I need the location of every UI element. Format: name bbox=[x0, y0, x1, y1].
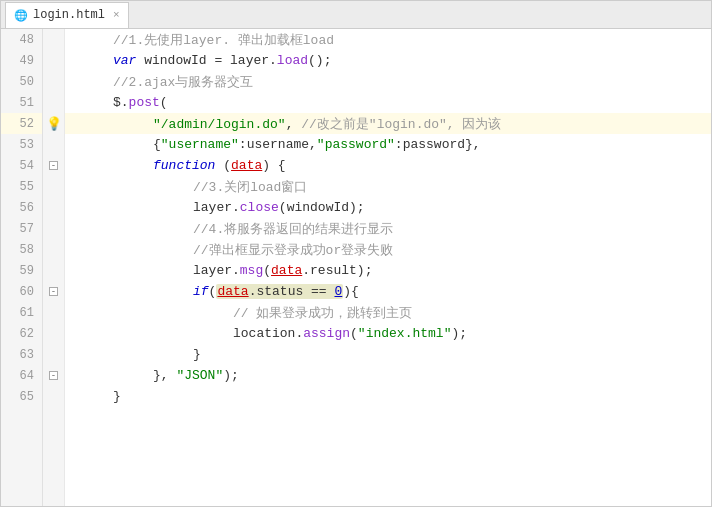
line-num-54: 54 bbox=[1, 155, 42, 176]
code-line-54: function (data) { bbox=[65, 155, 711, 176]
code-line-49: var windowId = layer.load(); bbox=[65, 50, 711, 71]
code-content-56: layer.close(windowId); bbox=[193, 200, 365, 215]
fold-icon-60[interactable]: - bbox=[49, 287, 58, 296]
code-content-50: //2.ajax与服务器交互 bbox=[113, 73, 253, 91]
line-num-58: 58 bbox=[1, 239, 42, 260]
code-line-52: "/admin/login.do", //改之前是"login.do", 因为该 bbox=[65, 113, 711, 134]
code-line-50: //2.ajax与服务器交互 bbox=[65, 71, 711, 92]
code-content-61: // 如果登录成功，跳转到主页 bbox=[233, 304, 412, 322]
line-num-48: 48 bbox=[1, 29, 42, 50]
fold-icon-64[interactable]: - bbox=[49, 371, 58, 380]
gutter-57 bbox=[43, 218, 64, 239]
code-content-53: {"username":username,"password":password… bbox=[153, 137, 481, 152]
line-numbers: 48 49 50 51 52 53 54 55 56 57 58 59 60 6… bbox=[1, 29, 43, 506]
gutter-50 bbox=[43, 71, 64, 92]
html-file-icon: 🌐 bbox=[14, 9, 28, 22]
code-line-60: if(data.status == 0){ bbox=[65, 281, 711, 302]
gutter-54: - bbox=[43, 155, 64, 176]
code-content-65: } bbox=[113, 389, 121, 404]
gutter-60: - bbox=[43, 281, 64, 302]
code-line-64: }, "JSON"); bbox=[65, 365, 711, 386]
gutter-53 bbox=[43, 134, 64, 155]
line-num-49: 49 bbox=[1, 50, 42, 71]
gutter-49 bbox=[43, 50, 64, 71]
code-content-59: layer.msg(data.result); bbox=[193, 263, 372, 278]
line-num-56: 56 bbox=[1, 197, 42, 218]
line-num-59: 59 bbox=[1, 260, 42, 281]
code-line-63: } bbox=[65, 344, 711, 365]
line-num-62: 62 bbox=[1, 323, 42, 344]
gutter-48 bbox=[43, 29, 64, 50]
line-num-57: 57 bbox=[1, 218, 42, 239]
tab-label: login.html bbox=[33, 8, 105, 22]
tab-close-button[interactable]: × bbox=[113, 9, 120, 21]
code-line-48: //1.先使用layer. 弹出加载框load bbox=[65, 29, 711, 50]
code-line-59: layer.msg(data.result); bbox=[65, 260, 711, 281]
gutter-58 bbox=[43, 239, 64, 260]
line-num-60: 60 bbox=[1, 281, 42, 302]
gutter-63 bbox=[43, 344, 64, 365]
gutter-65 bbox=[43, 386, 64, 407]
line-num-64: 64 bbox=[1, 365, 42, 386]
code-line-57: //4.将服务器返回的结果进行显示 bbox=[65, 218, 711, 239]
line-num-53: 53 bbox=[1, 134, 42, 155]
code-line-51: $.post( bbox=[65, 92, 711, 113]
line-num-55: 55 bbox=[1, 176, 42, 197]
line-num-50: 50 bbox=[1, 71, 42, 92]
fold-icon-54[interactable]: - bbox=[49, 161, 58, 170]
editor-window: 🌐 login.html × 48 49 50 51 52 53 54 55 5… bbox=[0, 0, 712, 507]
code-line-56: layer.close(windowId); bbox=[65, 197, 711, 218]
code-content-63: } bbox=[193, 347, 201, 362]
code-content-52: "/admin/login.do", //改之前是"login.do", 因为该 bbox=[153, 115, 501, 133]
gutter-62 bbox=[43, 323, 64, 344]
line-num-52: 52 bbox=[1, 113, 42, 134]
gutter-56 bbox=[43, 197, 64, 218]
code-content-60: if(data.status == 0){ bbox=[193, 284, 359, 299]
gutter-59 bbox=[43, 260, 64, 281]
gutter-64: - bbox=[43, 365, 64, 386]
code-line-65: } bbox=[65, 386, 711, 407]
code-content-64: }, "JSON"); bbox=[153, 368, 239, 383]
code-line-55: //3.关闭load窗口 bbox=[65, 176, 711, 197]
line-num-63: 63 bbox=[1, 344, 42, 365]
line-num-51: 51 bbox=[1, 92, 42, 113]
code-line-62: location.assign("index.html"); bbox=[65, 323, 711, 344]
code-content-55: //3.关闭load窗口 bbox=[193, 178, 307, 196]
code-content-48: //1.先使用layer. 弹出加载框load bbox=[113, 31, 334, 49]
gutter-51 bbox=[43, 92, 64, 113]
code-content-51: $.post( bbox=[113, 95, 168, 110]
bulb-icon[interactable]: 💡 bbox=[46, 116, 62, 132]
code-area: 48 49 50 51 52 53 54 55 56 57 58 59 60 6… bbox=[1, 29, 711, 506]
gutter: 💡 - - - bbox=[43, 29, 65, 506]
tab-bar: 🌐 login.html × bbox=[1, 1, 711, 29]
code-lines: //1.先使用layer. 弹出加载框load var windowId = l… bbox=[65, 29, 711, 506]
gutter-52: 💡 bbox=[43, 113, 64, 134]
gutter-55 bbox=[43, 176, 64, 197]
line-num-61: 61 bbox=[1, 302, 42, 323]
code-line-53: {"username":username,"password":password… bbox=[65, 134, 711, 155]
code-content-62: location.assign("index.html"); bbox=[233, 326, 467, 341]
line-num-65: 65 bbox=[1, 386, 42, 407]
gutter-61 bbox=[43, 302, 64, 323]
code-content-54: function (data) { bbox=[153, 158, 286, 173]
tab-login-html[interactable]: 🌐 login.html × bbox=[5, 2, 129, 28]
code-line-61: // 如果登录成功，跳转到主页 bbox=[65, 302, 711, 323]
code-content-57: //4.将服务器返回的结果进行显示 bbox=[193, 220, 393, 238]
code-line-58: //弹出框显示登录成功or登录失败 bbox=[65, 239, 711, 260]
code-content-58: //弹出框显示登录成功or登录失败 bbox=[193, 241, 393, 259]
code-content-49: var windowId = layer.load(); bbox=[113, 53, 331, 68]
